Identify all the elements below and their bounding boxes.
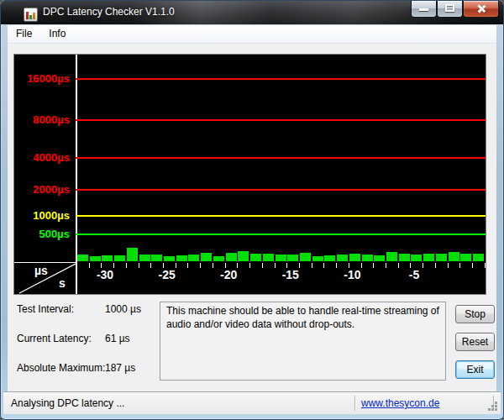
latency-bar — [399, 254, 410, 261]
stop-button[interactable]: Stop — [455, 305, 495, 323]
latency-bar — [324, 255, 335, 261]
latency-bar — [90, 256, 101, 261]
latency-bar — [362, 255, 373, 261]
latency-bar — [114, 255, 125, 261]
latency-bar — [436, 254, 447, 261]
stat-row: Absolute Maximum:187 µs — [17, 362, 158, 374]
latency-bar — [127, 248, 138, 261]
threshold-label-2000: 2000µs — [14, 183, 70, 197]
stat-value: 187 µs — [105, 362, 135, 374]
latency-bar — [349, 254, 360, 261]
x-axis-label: -10 — [333, 268, 370, 281]
latency-bar — [151, 255, 162, 261]
x-axis-tick — [312, 263, 312, 268]
x-axis-label: -15 — [272, 268, 309, 281]
latency-bar — [226, 253, 237, 261]
axis-corner: µs s — [14, 262, 76, 295]
latency-bar — [250, 254, 261, 261]
x-axis-tick — [126, 263, 127, 268]
close-button[interactable] — [463, 1, 499, 18]
latency-bar — [473, 254, 484, 261]
menu-file[interactable]: File — [8, 25, 40, 43]
x-axis-tick — [373, 263, 374, 268]
latency-bar — [386, 252, 397, 261]
statusbar: Analysing DPC latency ... www.thesycon.d… — [3, 391, 501, 414]
status-message-box: This machine should be able to handle re… — [160, 302, 446, 381]
caption-buttons — [411, 1, 499, 18]
menu-info[interactable]: Info — [40, 25, 74, 43]
latency-bar — [449, 252, 459, 261]
x-axis-tick — [459, 263, 460, 268]
stat-label: Absolute Maximum: — [17, 362, 105, 374]
menubar: FileInfo — [8, 25, 496, 44]
latency-bar — [201, 253, 212, 261]
threshold-line-4000 — [76, 157, 486, 159]
x-axis-label: -30 — [87, 268, 123, 281]
x-axis-tick — [435, 263, 436, 268]
x-axis-tick — [448, 263, 449, 268]
statusbar-separator — [493, 396, 494, 411]
status-message-text: This machine should be able to handle re… — [166, 305, 439, 330]
x-axis-label: -5 — [396, 268, 433, 281]
latency-bar — [102, 255, 113, 261]
threshold-line-16000 — [76, 78, 486, 80]
latency-bar — [139, 255, 150, 261]
button-stack: StopResetExit — [455, 305, 495, 379]
latency-bar — [374, 255, 385, 261]
x-axis-tick — [323, 263, 324, 268]
latency-bar — [423, 254, 434, 261]
reset-button[interactable]: Reset — [455, 333, 495, 351]
x-axis-tick — [76, 263, 77, 268]
latency-bar — [188, 255, 199, 261]
latency-bar — [312, 256, 323, 261]
x-axis-label: -25 — [149, 268, 186, 281]
threshold-label-500: 500µs — [14, 228, 70, 241]
latency-bar — [238, 251, 249, 261]
latency-bar — [411, 255, 422, 261]
exit-button[interactable]: Exit — [455, 360, 495, 379]
latency-bar — [276, 255, 286, 261]
minimize-button[interactable] — [411, 1, 437, 18]
stat-label: Test Interval: — [17, 303, 105, 315]
titlebar[interactable]: DPC Latency Checker V1.1.0 — [1, 1, 503, 24]
latency-bar — [337, 255, 348, 261]
threshold-line-2000 — [76, 189, 486, 191]
x-axis-tick — [187, 263, 188, 268]
close-icon — [476, 4, 486, 13]
latency-bar — [164, 256, 175, 261]
latency-bar — [77, 255, 88, 261]
latency-chart: µs s 16000µs8000µs4000µs2000µs1000µs500µ… — [13, 54, 486, 295]
threshold-label-1000: 1000µs — [14, 209, 70, 223]
x-axis-tick — [139, 263, 139, 268]
stat-label: Current Latency: — [17, 333, 105, 344]
resize-grip[interactable] — [495, 408, 497, 411]
minimize-icon — [419, 8, 428, 11]
latency-bar — [176, 255, 187, 261]
x-axis-tick — [485, 263, 486, 268]
app-icon — [24, 8, 38, 22]
x-axis-tick — [200, 263, 201, 268]
stat-value: 1000 µs — [105, 303, 141, 315]
x-axis-tick — [386, 263, 386, 268]
threshold-label-4000: 4000µs — [14, 151, 70, 165]
x-axis-label: -20 — [210, 268, 247, 281]
stat-value: 61 µs — [105, 333, 130, 344]
window-title: DPC Latency Checker V1.1.0 — [43, 6, 175, 18]
x-axis-unit-label: s — [59, 276, 66, 290]
app-window: DPC Latency Checker V1.1.0 FileInfo µs s… — [0, 0, 504, 420]
maximize-icon — [445, 4, 454, 12]
threshold-label-16000: 16000µs — [14, 72, 70, 86]
latency-bar — [460, 254, 471, 261]
x-axis-tick — [249, 263, 250, 268]
threshold-line-8000 — [76, 119, 486, 121]
status-text: Analysing DPC latency ... — [11, 397, 124, 409]
website-link[interactable]: www.thesycon.de — [361, 397, 439, 409]
latency-bar — [300, 253, 311, 261]
x-axis-tick — [472, 263, 473, 268]
y-axis-unit-label: µs — [34, 264, 48, 277]
maximize-button[interactable] — [437, 1, 463, 18]
threshold-line-500 — [76, 234, 486, 235]
stat-row: Current Latency:61 µs — [17, 333, 158, 344]
stat-row: Test Interval:1000 µs — [17, 303, 158, 315]
latency-bar — [263, 254, 274, 261]
